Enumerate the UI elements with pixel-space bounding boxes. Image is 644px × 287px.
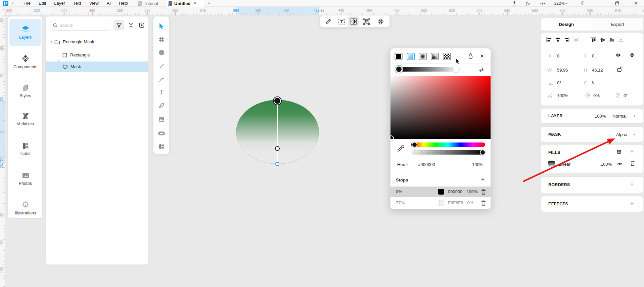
create-component-button[interactable] xyxy=(375,16,386,27)
droplet-icon[interactable] xyxy=(468,53,473,59)
sidebar-item-styles[interactable]: Styles xyxy=(9,78,41,105)
align-top-icon[interactable] xyxy=(591,37,596,42)
frame-selection-button[interactable] xyxy=(361,16,372,27)
fill-visibility-eye-icon[interactable] xyxy=(617,161,623,166)
image-tool[interactable]: › xyxy=(153,113,170,126)
delete-stop-icon[interactable] xyxy=(481,200,486,206)
x-input[interactable]: 0 xyxy=(557,53,559,58)
gradient-stop-handle-start[interactable] xyxy=(274,97,281,105)
arrow-tool[interactable]: › xyxy=(153,73,170,86)
delete-stop-icon[interactable] xyxy=(481,189,486,195)
fill-thumbnail[interactable] xyxy=(548,161,555,167)
maximize-button[interactable] xyxy=(615,0,619,6)
fill-styles-icon[interactable] xyxy=(616,150,622,155)
play-icon[interactable]: ▷ xyxy=(526,0,530,6)
stop-color-swatch[interactable] xyxy=(438,200,444,206)
lock-ratio-icon[interactable] xyxy=(617,66,623,72)
sidebar-item-layers[interactable]: Layers xyxy=(9,19,41,46)
home-icon[interactable]: ⌂ xyxy=(124,0,127,6)
delete-fill-icon[interactable] xyxy=(630,161,635,166)
sidebar-item-variables[interactable]: Variables xyxy=(9,106,41,133)
fill-type-radial-gradient-button[interactable] xyxy=(419,53,427,60)
layer-row-mask[interactable]: Mask xyxy=(46,62,148,72)
menu-file[interactable]: File xyxy=(19,0,35,7)
corner-radius-input[interactable]: 0 xyxy=(592,80,594,85)
gradient-stop-row[interactable]: 77% F6F6F6 0% xyxy=(390,198,491,208)
mask-button[interactable] xyxy=(348,16,359,27)
mask-mode-select[interactable]: Alpha xyxy=(616,132,627,137)
menu-help[interactable]: Help xyxy=(115,0,132,7)
dark-mode-icon[interactable]: ☾ xyxy=(581,0,585,6)
gradient-axis-line[interactable] xyxy=(277,101,278,164)
align-center-v-icon[interactable] xyxy=(600,37,605,42)
zoom-level[interactable]: 322% ▾ xyxy=(554,0,567,6)
sidebar-item-icons[interactable]: Icons xyxy=(9,136,41,163)
line-tool[interactable]: › xyxy=(153,59,170,72)
hex-mode-select[interactable]: Hex ▾ xyxy=(397,162,408,167)
search-input[interactable] xyxy=(59,23,103,28)
edit-shape-button[interactable] xyxy=(322,16,334,27)
add-border-button[interactable]: + xyxy=(630,181,634,188)
flip-horizontal-icon[interactable] xyxy=(615,53,621,57)
close-window-button[interactable]: ✕ xyxy=(634,0,638,6)
fill-opacity-input[interactable]: 100% xyxy=(601,162,612,167)
fill-type-select[interactable]: Linear xyxy=(558,162,570,167)
menu-edit[interactable]: Edit xyxy=(35,0,50,7)
publish-icon[interactable] xyxy=(512,0,517,6)
fade-input[interactable]: 100% xyxy=(557,93,568,98)
flip-vertical-icon[interactable] xyxy=(630,53,635,58)
tidy-up-icon[interactable] xyxy=(618,37,624,42)
sidebar-item-illustrations[interactable]: Illustrations xyxy=(9,195,41,221)
back-icon[interactable]: ‹ xyxy=(12,0,13,5)
hex-value-input[interactable]: #000000 xyxy=(418,162,435,167)
gradient-preview-bar[interactable] xyxy=(399,67,456,72)
menu-layer[interactable]: Layer xyxy=(50,0,69,7)
tab-untitled[interactable]: Untitled ✕ xyxy=(166,0,204,7)
add-fill-button[interactable]: + xyxy=(630,148,634,155)
pen-tool[interactable]: › xyxy=(153,99,170,112)
reverse-gradient-icon[interactable]: ⇄ xyxy=(479,67,484,73)
alpha-knob[interactable] xyxy=(480,150,486,155)
align-center-h-icon[interactable] xyxy=(555,37,560,42)
preview-eye-icon[interactable] xyxy=(540,0,546,6)
gradient-stop-thumb-black[interactable] xyxy=(395,66,403,73)
frame-tool[interactable]: › xyxy=(153,33,170,46)
sidebar-item-photos[interactable]: Photos xyxy=(9,165,41,192)
distribute-h-icon[interactable] xyxy=(573,37,579,42)
minimize-button[interactable]: — xyxy=(596,0,601,6)
gradient-stop-row[interactable]: 0% 000000 100% xyxy=(390,187,491,197)
gui-element-tool[interactable]: › xyxy=(153,127,170,140)
close-dialog-button[interactable]: ✕ xyxy=(480,53,484,59)
tab-tutorial[interactable]: Tutorial xyxy=(135,0,161,7)
hue-slider[interactable] xyxy=(411,142,485,147)
add-page-button[interactable] xyxy=(136,20,147,31)
blend-mode-select[interactable]: Normal xyxy=(612,114,627,119)
fill-type-solid-button[interactable] xyxy=(395,53,403,60)
layer-row-rectangle[interactable]: Rectangle xyxy=(46,50,148,60)
add-stop-button[interactable]: + xyxy=(481,176,485,183)
h-input[interactable]: 46,12 xyxy=(592,68,603,73)
fill-type-linear-gradient-button[interactable] xyxy=(407,53,415,60)
text-box-button[interactable] xyxy=(336,16,347,27)
search-box[interactable] xyxy=(50,20,111,31)
new-tab-button[interactable]: + xyxy=(208,0,211,6)
select-tool[interactable]: › xyxy=(153,20,170,33)
stop-color-swatch[interactable] xyxy=(438,189,444,195)
collapse-all-button[interactable] xyxy=(126,20,136,31)
sidebar-item-components[interactable]: Components xyxy=(9,48,41,75)
align-right-icon[interactable] xyxy=(564,37,569,42)
layer-row-rectangle-mask[interactable]: ▾ Rectangle Mask xyxy=(46,37,148,47)
hue-knob[interactable] xyxy=(412,142,417,148)
rotation-input[interactable]: 0° xyxy=(557,80,561,85)
gradient-end-handle[interactable] xyxy=(275,162,279,166)
gradient-stop-handle-mid[interactable] xyxy=(275,146,280,151)
icons8-library-tool[interactable] xyxy=(153,140,170,153)
y-input[interactable]: 0 xyxy=(592,53,594,58)
opacity-value-input[interactable]: 100% xyxy=(472,162,483,167)
sv-picker-ring[interactable] xyxy=(388,135,394,141)
menu-text[interactable]: Text xyxy=(69,0,85,7)
filter-button[interactable] xyxy=(113,20,124,31)
twirl-input[interactable]: 0° xyxy=(624,93,628,98)
align-bottom-icon[interactable] xyxy=(609,37,614,42)
close-tab-icon[interactable]: ✕ xyxy=(193,1,196,6)
